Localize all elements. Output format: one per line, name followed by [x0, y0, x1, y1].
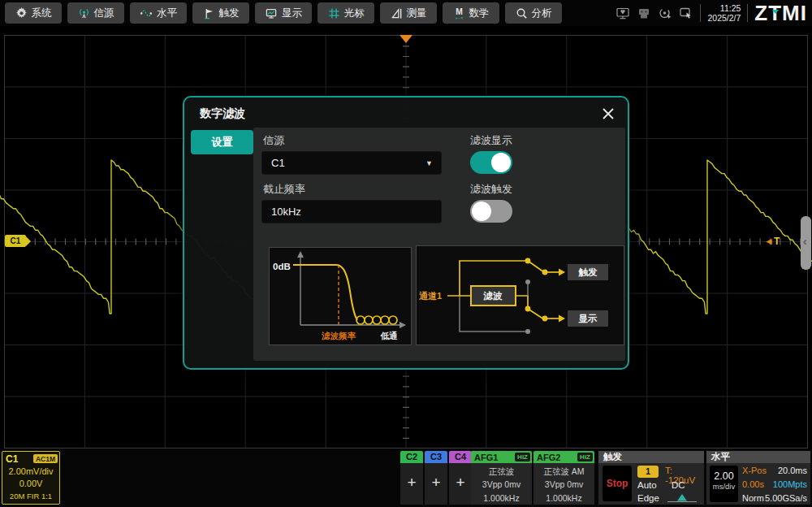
filter-response-graph: 0dB 滤波频率 低通 — [270, 248, 411, 344]
math-icon: M+−× — [453, 7, 465, 20]
filter-response-panel: 0dB 滤波频率 低通 — [269, 247, 412, 345]
filter-display-toggle[interactable] — [470, 151, 512, 174]
acquisition-state[interactable]: Stop — [603, 466, 632, 501]
channel1-scale: 2.00mV/div — [2, 466, 59, 478]
menu-label: 测量 — [407, 6, 427, 20]
channel4-box[interactable]: C4 + — [449, 451, 472, 505]
time-span: 20.0ms — [760, 466, 807, 475]
svg-text:+−×: +−× — [455, 15, 463, 19]
top-menu-bar: 系统 信源 水平 触发 显示 光标 测量 M+−× 数学 — [0, 0, 812, 26]
channel2-add-button[interactable]: + — [400, 463, 423, 505]
trigger-source-badge: 1 — [637, 466, 659, 478]
filter-trigger-toggle[interactable] — [470, 200, 512, 223]
channel1-coupling-badge: AC1M — [33, 454, 58, 463]
timebase-value: 2.00 — [710, 466, 738, 482]
toggle-knob — [472, 202, 491, 221]
afg2-frequency: 1.000kHz — [533, 492, 594, 505]
schematic-trigger-label: 触发 — [578, 267, 598, 277]
touch-rotate-icon[interactable] — [658, 6, 672, 20]
afg1-impedance-badge: HiZ — [515, 453, 530, 462]
menu-button-analyze[interactable]: 分析 — [505, 2, 562, 24]
trigger-type: Edge — [637, 493, 659, 503]
cutoff-value: 10kHz — [271, 206, 301, 218]
clock: 11:25 2025/2/7 — [707, 3, 741, 23]
channel1-offset: 0.00V — [2, 478, 59, 490]
cursor-grid-icon — [328, 7, 340, 20]
menu-button-cursor[interactable]: 光标 — [317, 2, 374, 24]
horizontal-panel[interactable]: 水平 2.00 ms/div X-Pos 0.00s Norm 20.0ms 1… — [706, 451, 810, 505]
side-panel-handle[interactable] — [801, 216, 811, 270]
filter-display-label: 滤波显示 — [470, 133, 512, 148]
timebase-scale-box[interactable]: 2.00 ms/div — [710, 466, 738, 502]
menu-label: 系统 — [32, 6, 52, 20]
menu-button-math[interactable]: M+−× 数学 — [443, 2, 499, 24]
toggle-knob — [491, 153, 511, 172]
close-icon[interactable] — [600, 106, 616, 122]
channel4-name: C4 — [449, 451, 472, 463]
separator — [747, 4, 748, 22]
storage-device-icon[interactable] — [637, 6, 651, 20]
gear-icon — [15, 7, 28, 20]
afg1-waveform: 正弦波 — [471, 465, 532, 478]
menu-label: 信源 — [94, 6, 114, 20]
afg2-name: AFG2 — [537, 453, 560, 462]
schematic-display-label: 显示 — [578, 314, 598, 323]
hand-touch-icon[interactable] — [679, 6, 693, 20]
horizontal-panel-title: 水平 — [706, 451, 810, 463]
timebase-unit: ms/div — [710, 482, 738, 491]
tab-settings[interactable]: 设置 — [191, 130, 253, 154]
signal-routing-panel: 滤波 触发 显示 通道1 — [416, 245, 624, 345]
afg1-box[interactable]: AFG1 HiZ 正弦波 3Vpp 0mv 1.000kHz — [471, 451, 532, 505]
channel4-add-button[interactable]: + — [449, 463, 472, 505]
menu-button-display[interactable]: 显示 — [255, 2, 312, 24]
menu-button-trigger[interactable]: 触发 — [192, 2, 249, 24]
trigger-mode: Auto — [637, 480, 657, 490]
menu-label: 数学 — [469, 6, 490, 20]
schematic-filter-label: 滤波 — [483, 291, 503, 301]
trigger-coupling: DC — [672, 480, 685, 490]
signal-routing-diagram: 滤波 触发 显示 通道1 — [417, 246, 624, 344]
trigger-level-marker[interactable]: ◄T — [764, 236, 780, 247]
separator — [700, 4, 701, 22]
menu-label: 分析 — [532, 6, 552, 20]
menu-button-system[interactable]: 系统 — [5, 2, 62, 24]
afg2-box[interactable]: AFG2 HiZ 正弦波 AM 3Vpp 0mv 1.000kHz — [533, 451, 594, 505]
edge-trigger-icon — [667, 493, 698, 504]
channel2-box[interactable]: C2 + — [400, 451, 423, 505]
cutoff-input[interactable]: 10kHz — [261, 200, 442, 223]
menu: 系统 信源 水平 触发 显示 光标 测量 M+−× 数学 — [5, 2, 562, 24]
trigger-position-marker[interactable] — [400, 35, 412, 43]
schematic-channel-label: 通道1 — [418, 291, 442, 301]
source-value: C1 — [271, 157, 285, 169]
dialog-title: 数字滤波 — [200, 106, 245, 121]
source-label: 信源 — [263, 133, 284, 148]
remote-display-icon[interactable] — [615, 6, 630, 20]
afg1-amplitude: 3Vpp 0mv — [471, 478, 532, 491]
chevron-down-icon: ▼ — [425, 152, 433, 176]
bottom-status-bar: C1 AC1M 2.00mV/div 0.00V 20M FIR 1:1 C2 … — [0, 449, 812, 507]
menu-button-source[interactable]: 信源 — [67, 2, 124, 24]
trigger-flag-icon — [203, 7, 215, 20]
menu-label: 水平 — [157, 6, 177, 20]
date: 2025/2/7 — [707, 13, 741, 23]
channel1-box[interactable]: C1 AC1M 2.00mV/div 0.00V 20M FIR 1:1 — [2, 451, 60, 505]
channel1-level-marker[interactable]: C1 — [5, 235, 26, 247]
afg1-name: AFG1 — [474, 453, 498, 462]
afg2-impedance-badge: HiZ — [577, 453, 593, 462]
menu-button-horizontal[interactable]: 水平 — [130, 2, 187, 24]
channel3-box[interactable]: C3 + — [425, 451, 447, 505]
memory-depth: 100Mpts — [760, 479, 807, 489]
afg2-waveform: 正弦波 AM — [533, 465, 594, 478]
trigger-level-arrow-icon: ◄ — [764, 236, 774, 247]
channel1-bw-filter-probe: 20M FIR 1:1 — [2, 491, 59, 501]
filter-trigger-label: 滤波触发 — [470, 182, 512, 197]
channel3-name: C3 — [425, 451, 447, 463]
menu-button-measure[interactable]: 测量 — [380, 2, 437, 24]
source-dropdown[interactable]: C1 ▼ — [261, 151, 442, 175]
response-0db-label: 0dB — [273, 262, 291, 271]
dialog-content-panel: 信源 C1 ▼ 截止频率 10kHz 滤波显示 滤波触发 0dB — [253, 128, 625, 361]
brand-logo: ZTMI — [754, 0, 810, 26]
trigger-panel[interactable]: 触发 Stop 1 Auto Edge T: -120uV DC — [598, 451, 704, 505]
sample-rate: 5.00GSa/s — [760, 493, 807, 503]
channel3-add-button[interactable]: + — [425, 463, 447, 505]
